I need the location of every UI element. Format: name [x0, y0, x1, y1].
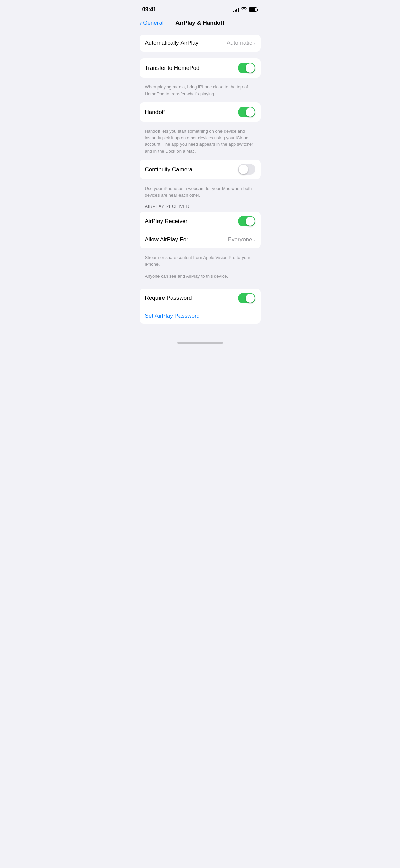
gap-2 — [140, 285, 261, 289]
handoff-toggle-thumb — [246, 107, 255, 117]
back-label: General — [143, 20, 163, 26]
automatically-airplay-value: Automatic — [227, 40, 252, 46]
home-bar — [177, 342, 223, 344]
automatically-airplay-right: Automatic › — [227, 40, 255, 46]
require-password-row[interactable]: Require Password — [140, 289, 261, 308]
continuity-camera-desc: Use your iPhone as a webcam for your Mac… — [140, 182, 261, 204]
airplay-receiver-toggle-thumb — [246, 217, 255, 226]
handoff-toggle[interactable] — [238, 107, 255, 117]
status-bar: 09:41 — [134, 0, 266, 17]
transfer-homepod-toggle[interactable] — [238, 63, 255, 73]
continuity-camera-row[interactable]: Continuity Camera — [140, 160, 261, 179]
airplay-receiver-row[interactable]: AirPlay Receiver — [140, 212, 261, 231]
allow-airplay-for-label: Allow AirPlay For — [145, 236, 188, 243]
require-password-toggle-thumb — [246, 294, 255, 303]
handoff-row[interactable]: Handoff — [140, 102, 261, 122]
status-time: 09:41 — [142, 6, 156, 13]
allow-airplay-for-right: Everyone › — [228, 236, 255, 243]
continuity-camera-toggle[interactable] — [238, 164, 255, 175]
airplay-chevron-icon: › — [254, 40, 255, 46]
airplay-receiver-section-header: AIRPLAY RECEIVER — [140, 204, 261, 212]
nav-header: ‹ General AirPlay & Handoff — [134, 17, 266, 32]
airplay-receiver-label: AirPlay Receiver — [145, 218, 188, 225]
gap-1 — [140, 55, 261, 58]
signal-icon — [233, 7, 239, 12]
back-button[interactable]: ‹ General — [140, 20, 164, 26]
airplay-receiver-desc2: Anyone can see and AirPlay to this devic… — [140, 273, 261, 285]
transfer-homepod-desc: When playing media, bring iPhone close t… — [140, 81, 261, 102]
set-airplay-password-row[interactable]: Set AirPlay Password — [140, 308, 261, 324]
airplay-receiver-card: AirPlay Receiver Allow AirPlay For Every… — [140, 212, 261, 248]
require-password-toggle[interactable] — [238, 293, 255, 303]
transfer-homepod-card: Transfer to HomePod — [140, 58, 261, 78]
wifi-icon — [241, 7, 247, 12]
handoff-card: Handoff — [140, 102, 261, 122]
back-chevron-icon: ‹ — [140, 20, 142, 26]
allow-airplay-chevron-icon: › — [254, 237, 255, 243]
status-icons — [233, 7, 258, 12]
home-indicator — [134, 335, 266, 347]
settings-content: Automatically AirPlay Automatic › Transf… — [134, 32, 266, 330]
set-airplay-password-label: Set AirPlay Password — [145, 313, 200, 319]
transfer-homepod-label: Transfer to HomePod — [145, 65, 200, 72]
continuity-camera-toggle-thumb — [239, 165, 248, 174]
battery-icon — [249, 7, 258, 12]
continuity-camera-card: Continuity Camera — [140, 160, 261, 179]
airplay-receiver-desc1: Stream or share content from Apple Visio… — [140, 252, 261, 273]
password-card: Require Password Set AirPlay Password — [140, 289, 261, 324]
handoff-desc: Handoff lets you start something on one … — [140, 125, 261, 160]
airplay-receiver-toggle[interactable] — [238, 216, 255, 226]
continuity-camera-label: Continuity Camera — [145, 166, 193, 173]
toggle-thumb — [246, 63, 255, 73]
allow-airplay-for-row[interactable]: Allow AirPlay For Everyone › — [140, 231, 261, 248]
automatically-airplay-row[interactable]: Automatically AirPlay Automatic › — [140, 35, 261, 52]
automatically-airplay-label: Automatically AirPlay — [145, 40, 199, 46]
require-password-label: Require Password — [145, 295, 192, 301]
handoff-label: Handoff — [145, 109, 165, 116]
transfer-homepod-row[interactable]: Transfer to HomePod — [140, 58, 261, 78]
automatically-airplay-card: Automatically AirPlay Automatic › — [140, 35, 261, 52]
allow-airplay-for-value: Everyone — [228, 236, 252, 243]
page-title: AirPlay & Handoff — [175, 20, 225, 26]
